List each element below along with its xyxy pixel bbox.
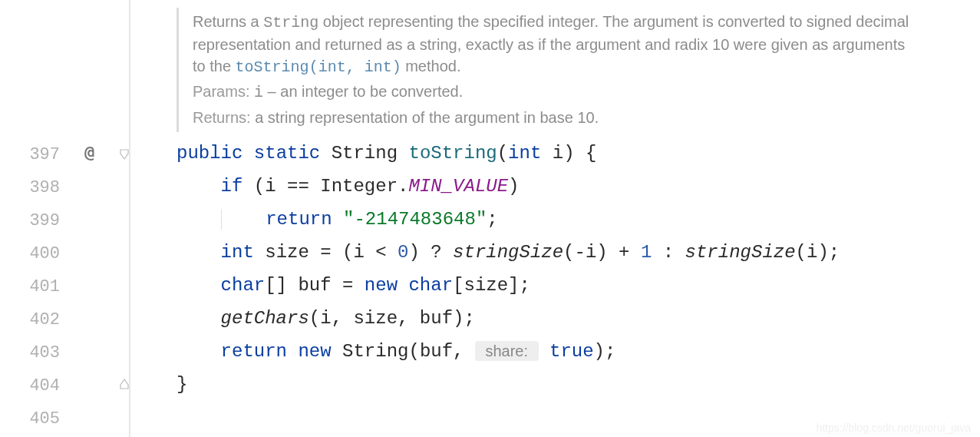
punct: }: [177, 374, 187, 395]
doc-sep: –: [263, 83, 280, 100]
code-line[interactable]: char[] buf = new char[size];: [130, 269, 980, 302]
code-text: String(buf,: [332, 341, 475, 362]
punct: (: [497, 143, 508, 164]
space: [287, 341, 298, 362]
doc-returns-desc: a string representation of the argument …: [255, 109, 599, 126]
code-line[interactable]: if (i == Integer.MIN_VALUE): [130, 170, 980, 203]
override-icon[interactable]: @: [84, 143, 94, 162]
keyword: return: [221, 341, 287, 362]
punct: ): [563, 143, 574, 164]
javadoc-description: Returns a String object representing the…: [193, 11, 913, 78]
code-line[interactable]: getChars(i, size, buf);: [130, 302, 980, 335]
code-line[interactable]: public static String toString(int i) {: [130, 137, 980, 170]
doc-returns-label: Returns:: [193, 109, 251, 126]
keyword: int: [508, 143, 541, 164]
number: 0: [398, 242, 408, 263]
line-number[interactable]: 400: [0, 237, 129, 270]
keyword: static: [254, 143, 320, 164]
line-number[interactable]: 402: [0, 303, 129, 336]
gutter: @ 397 398 399 400 401 402 403 404 405: [0, 0, 130, 437]
constant: MIN_VALUE: [408, 176, 508, 197]
doc-param-name: i: [254, 84, 263, 101]
javadoc-block: Returns a String object representing the…: [177, 8, 913, 132]
line-number[interactable]: 405: [0, 402, 129, 435]
method-call: stringSize: [685, 242, 796, 263]
code-text: ) ?: [408, 242, 453, 263]
code-text: (-i) +: [563, 242, 641, 263]
line-number[interactable]: 398: [0, 171, 129, 204]
javadoc-params: Params: i – an integer to be converted.: [193, 80, 913, 104]
doc-text: method.: [401, 58, 461, 74]
javadoc-returns: Returns: a string representation of the …: [193, 106, 913, 129]
punct: ): [508, 176, 519, 197]
code-text: (i, size, buf);: [309, 308, 475, 329]
fold-open-icon[interactable]: [118, 144, 130, 164]
line-number[interactable]: 397: [0, 138, 129, 171]
keyword: new: [365, 275, 398, 296]
code-text: size = (i <: [254, 242, 398, 263]
code-editor: @ 397 398 399 400 401 402 403 404 405 Re…: [0, 0, 980, 437]
line-number[interactable]: 399: [0, 204, 129, 237]
doc-text: Returns a: [193, 13, 263, 30]
keyword: return: [266, 209, 332, 230]
method-call: stringSize: [453, 242, 563, 263]
code-text: (i);: [796, 242, 840, 263]
code-line[interactable]: }: [130, 368, 980, 401]
keyword: public: [177, 143, 243, 164]
line-number[interactable]: 403: [0, 336, 129, 369]
code-line[interactable]: return "-2147483648";: [130, 203, 980, 236]
punct: ;: [487, 209, 497, 230]
watermark: https://blog.csdn.net/guorui_java: [816, 422, 971, 434]
doc-param-desc: an integer to be converted.: [280, 83, 463, 100]
space: [332, 209, 343, 230]
line-number[interactable]: 404: [0, 369, 129, 402]
param: i: [541, 143, 563, 164]
keyword: char: [408, 275, 453, 296]
keyword: if: [221, 176, 243, 197]
type: String: [332, 143, 398, 164]
line-number[interactable]: 401: [0, 270, 129, 303]
method-call: getChars: [221, 308, 309, 329]
keyword: true: [549, 341, 594, 362]
parameter-hint: share:: [475, 341, 539, 361]
code-text: [] buf =: [265, 275, 365, 296]
code-text: );: [594, 341, 616, 362]
doc-link[interactable]: toString(int, int): [236, 58, 401, 76]
keyword: char: [221, 275, 266, 296]
keyword: new: [298, 341, 331, 362]
string-literal: "-2147483648": [343, 209, 487, 230]
space: [398, 275, 408, 296]
number: 1: [641, 242, 652, 263]
code-text: :: [652, 242, 685, 263]
code-line[interactable]: int size = (i < 0) ? stringSize(-i) + 1 …: [130, 236, 980, 269]
doc-type-ref: String: [263, 14, 318, 31]
fold-close-icon[interactable]: [118, 376, 130, 396]
method-name: toString: [408, 143, 497, 164]
code-area[interactable]: Returns a String object representing the…: [130, 0, 980, 437]
code-text: [size];: [453, 275, 530, 296]
keyword: int: [221, 242, 254, 263]
code-line[interactable]: return new String(buf, share: true);: [130, 335, 980, 368]
punct: {: [575, 143, 597, 164]
code-text: (i == Integer.: [243, 176, 408, 197]
doc-params-label: Params:: [193, 83, 249, 100]
